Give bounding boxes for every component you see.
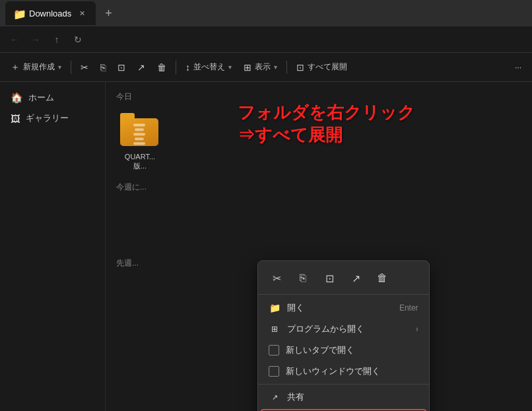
more-button[interactable]: ··· (510, 59, 527, 75)
gallery-icon: 🖼 (11, 113, 20, 124)
tab-close-button[interactable]: ✕ (77, 8, 88, 19)
ctx-cut-button[interactable]: ✂ (266, 268, 287, 289)
copy-icon: ⎘ (100, 62, 106, 73)
new-label: 新規作成 (23, 61, 55, 73)
annotation-text: フォルダを右クリック ⇒すべて展開 (238, 102, 415, 147)
main-area: 🏠 ホーム 🖼 ギャラリー 今日 (0, 82, 532, 411)
ctx-sep1 (258, 384, 429, 385)
cut-icon: ✂ (81, 62, 88, 73)
annotation-line2: ⇒すべて展開 (238, 124, 415, 147)
ctx-open-with-label: プログラムから開く (287, 323, 409, 335)
cut-button[interactable]: ✂ (75, 59, 94, 76)
ctx-share-button[interactable]: ↗ (345, 268, 366, 289)
ctx-open-icon: 📁 (269, 302, 281, 314)
ctx-open-with-icon: ⊞ (269, 323, 281, 335)
ctx-open-label: 開く (287, 302, 393, 314)
sidebar-item-gallery[interactable]: 🖼 ギャラリー (3, 108, 102, 128)
ctx-new-tab-icon (269, 345, 279, 355)
expand-icon: ⊡ (296, 62, 304, 73)
paste-icon: ⊡ (117, 62, 125, 73)
new-icon: ＋ (11, 61, 20, 73)
ctx-share-label: 共有 (287, 391, 418, 403)
ctx-open[interactable]: 📁 開く Enter (258, 297, 429, 318)
share-icon: ↗ (137, 62, 145, 73)
expand-all-button[interactable]: ⊡ すべて展開 (291, 58, 352, 76)
ctx-new-window-icon (269, 366, 279, 377)
file-name: QUART... 版... (125, 152, 155, 171)
more-icon: ··· (515, 63, 521, 72)
sort-icon: ↕ (185, 62, 190, 73)
delete-icon: 🗑 (157, 62, 166, 73)
refresh-button[interactable]: ↻ (69, 30, 87, 49)
active-tab[interactable]: 📁 Downloads ✕ (5, 1, 96, 25)
home-icon: 🏠 (11, 92, 23, 104)
ctx-new-window[interactable]: 新しいウィンドウで開く (258, 361, 429, 382)
tab-title: Downloads (29, 9, 71, 19)
new-tab-button[interactable]: + (100, 7, 117, 20)
ctx-open-shortcut: Enter (399, 303, 418, 313)
ctx-share-icon: ↗ (269, 391, 281, 403)
ctx-new-window-label: 新しいウィンドウで開く (286, 365, 418, 377)
view-icon: ⊞ (244, 62, 251, 73)
ctx-open-with-arrow: › (416, 324, 418, 334)
sidebar-item-gallery-label: ギャラリー (26, 112, 69, 124)
file-icon-wrap (120, 113, 160, 149)
sep1 (71, 61, 71, 74)
title-bar: 📁 Downloads ✕ + (0, 0, 532, 26)
sep2 (176, 61, 176, 74)
annotation-line1: フォルダを右クリック (238, 102, 415, 124)
folder-tab-icon: 📁 (13, 8, 24, 19)
file-item-zip[interactable]: QUART... 版... (114, 109, 166, 175)
up-button[interactable]: ↑ (48, 30, 66, 49)
ctx-new-tab[interactable]: 新しいタブで開く (258, 340, 429, 361)
ctx-open-with[interactable]: ⊞ プログラムから開く › (258, 318, 429, 340)
sort-chevron: ▾ (228, 63, 232, 71)
toolbar: ＋ 新規作成 ▾ ✂ ⎘ ⊡ ↗ 🗑 ↕ 並べ替え ▾ ⊞ 表示 ▾ ⊡ すべて… (0, 53, 532, 82)
forward-button[interactable]: → (26, 30, 45, 49)
ctx-delete-button[interactable]: 🗑 (372, 268, 393, 289)
context-menu: ✂ ⎘ ⊡ ↗ 🗑 📁 開く Enter ⊞ プログラムから開く › 新し (257, 260, 430, 411)
content-area: 今日 QUART (106, 82, 532, 411)
sidebar-item-home-label: ホーム (28, 92, 54, 104)
sidebar: 🏠 ホーム 🖼 ギャラリー (0, 82, 106, 411)
expand-label: すべて展開 (308, 61, 347, 73)
share-button[interactable]: ↗ (132, 59, 150, 76)
view-label: 表示 (255, 61, 271, 73)
view-button[interactable]: ⊞ 表示 ▾ (238, 58, 283, 76)
ctx-share[interactable]: ↗ 共有 (258, 387, 429, 408)
zip-folder-icon (120, 113, 158, 146)
context-toolbar: ✂ ⎘ ⊡ ↗ 🗑 (258, 265, 429, 295)
back-button[interactable]: ← (5, 30, 24, 49)
view-chevron: ▾ (274, 63, 277, 71)
section-this-week: 今週に... (114, 179, 524, 196)
sort-label: 並べ替え (193, 61, 225, 73)
nav-bar: ← → ↑ ↻ (0, 26, 532, 53)
paste-button[interactable]: ⊡ (112, 59, 131, 76)
sep3 (286, 61, 287, 74)
ctx-paste-button[interactable]: ⊡ (319, 268, 340, 289)
new-chevron: ▾ (58, 63, 61, 71)
ctx-new-tab-label: 新しいタブで開く (286, 344, 418, 356)
sidebar-item-home[interactable]: 🏠 ホーム (3, 88, 102, 108)
new-button[interactable]: ＋ 新規作成 ▾ (5, 58, 67, 77)
ctx-copy-button[interactable]: ⎘ (292, 268, 314, 289)
delete-button[interactable]: 🗑 (152, 59, 172, 76)
sort-button[interactable]: ↕ 並べ替え ▾ (180, 58, 237, 76)
copy-button[interactable]: ⎘ (95, 59, 111, 76)
